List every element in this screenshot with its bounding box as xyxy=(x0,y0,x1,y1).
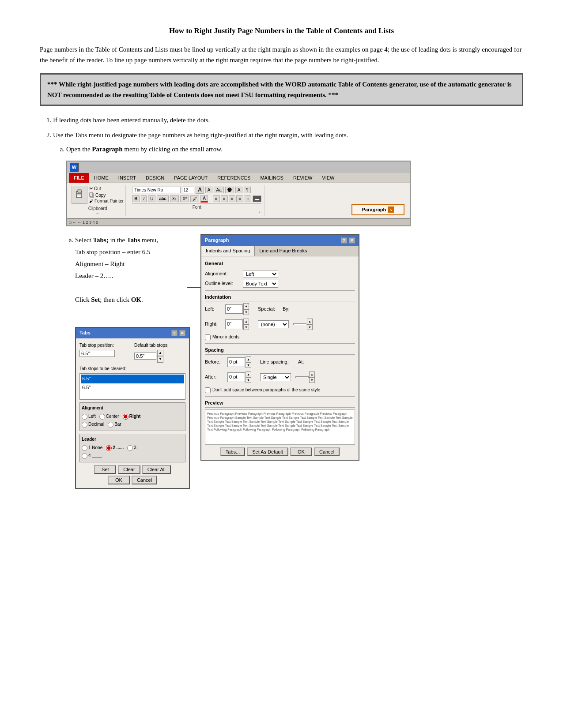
paragraph-close-btn[interactable]: ✕ xyxy=(349,237,355,244)
alignment-select[interactable]: Left xyxy=(243,270,278,278)
para-ok-button[interactable]: OK xyxy=(290,447,312,456)
clear-all-button[interactable]: Clear All xyxy=(142,465,171,474)
before-down[interactable]: ▼ xyxy=(246,362,251,368)
mirror-indents-checkbox[interactable] xyxy=(205,334,211,340)
connector-line xyxy=(187,287,200,288)
leader-2-radio[interactable]: 2 ...... xyxy=(106,444,124,451)
left-indent-input[interactable]: 0" xyxy=(225,304,243,314)
shading-button[interactable]: ▬ xyxy=(253,195,261,202)
at-up[interactable]: ▲ xyxy=(309,372,315,377)
tab-references[interactable]: REFERENCES xyxy=(212,173,255,183)
by-input[interactable] xyxy=(293,323,306,325)
dont-add-space-checkbox[interactable] xyxy=(205,387,211,393)
font-grow-button[interactable]: A xyxy=(196,186,204,194)
align-bar-radio[interactable]: Bar xyxy=(108,421,121,428)
paragraph-dialog-arrow[interactable]: ↘ xyxy=(388,206,394,213)
subscript-button[interactable]: X₂ xyxy=(170,195,179,202)
clear-format-button[interactable]: 🅐 xyxy=(225,187,234,193)
align-decimal-radio[interactable]: Decimal xyxy=(82,421,104,428)
text-effects-button[interactable]: A xyxy=(235,187,243,193)
align-center-button[interactable]: ≡ xyxy=(221,195,228,202)
set-button[interactable]: Set xyxy=(94,465,116,474)
set-as-default-button[interactable]: Set As Default xyxy=(247,447,288,456)
indentation-section-label: Indentation xyxy=(205,293,355,302)
left-down[interactable]: ▼ xyxy=(243,309,249,315)
special-select[interactable]: (none) xyxy=(258,320,289,328)
change-case-button[interactable]: Aa xyxy=(214,187,223,193)
tab-file[interactable]: FILE xyxy=(69,173,89,183)
highlight-button[interactable]: 🖊 xyxy=(190,195,199,202)
tab-home[interactable]: HOME xyxy=(89,173,113,183)
after-down[interactable]: ▼ xyxy=(246,377,251,383)
tab-stop-position-input[interactable] xyxy=(79,350,115,357)
tabs-dialog-close[interactable]: ✕ xyxy=(179,330,185,336)
clear-button[interactable]: Clear xyxy=(118,465,140,474)
font-name-select[interactable]: Times New Ro xyxy=(132,187,181,193)
strikethrough-button[interactable]: abc xyxy=(157,195,168,202)
after-input[interactable]: 0 pt xyxy=(227,372,245,382)
dont-add-space-row[interactable]: Don't add space between paragraphs of th… xyxy=(205,387,355,394)
paste-button[interactable] xyxy=(72,186,87,204)
at-input[interactable] xyxy=(295,376,309,378)
leader-3-radio[interactable]: 3 ------ xyxy=(127,444,146,451)
ribbon-screenshot: W FILE HOME INSERT DESIGN PAGE LAYOUT RE… xyxy=(66,161,411,226)
at-down[interactable]: ▼ xyxy=(309,377,315,383)
leader-4-radio[interactable]: 4 ____ xyxy=(82,452,102,459)
tab-stop-item-1[interactable]: 6.5" xyxy=(81,375,184,383)
copy-button[interactable]: Copy xyxy=(89,192,124,198)
before-input[interactable]: 0 pt xyxy=(227,357,245,367)
cut-button[interactable]: ✂ Cut xyxy=(89,186,124,191)
default-tab-down[interactable]: ▼ xyxy=(157,356,163,363)
font-color-button[interactable]: A xyxy=(200,195,208,203)
font-size-select[interactable]: 12 xyxy=(182,187,194,193)
font-expand-icon[interactable]: ⌐ xyxy=(132,210,261,214)
after-up[interactable]: ▲ xyxy=(246,372,251,377)
bold-button[interactable]: B xyxy=(132,195,140,202)
para-tabs-button[interactable]: Tabs... xyxy=(220,447,245,456)
para-tab-line-page[interactable]: Line and Page Breaks xyxy=(255,246,312,256)
tab-review[interactable]: REVIEW xyxy=(288,173,317,183)
before-up[interactable]: ▲ xyxy=(246,356,251,362)
tab-page-layout[interactable]: PAGE LAYOUT xyxy=(169,173,212,183)
tab-design[interactable]: DESIGN xyxy=(141,173,169,183)
by-down[interactable]: ▼ xyxy=(307,324,313,330)
default-tab-input[interactable] xyxy=(134,353,156,360)
align-left-radio[interactable]: Left xyxy=(82,413,96,420)
justify-button[interactable]: ≡ xyxy=(236,195,243,202)
cancel-button[interactable]: Cancel xyxy=(132,476,157,484)
right-indent-row: Right: 0" ▲ ▼ xyxy=(205,319,249,330)
italic-button[interactable]: I xyxy=(141,195,147,202)
default-tab-up[interactable]: ▲ xyxy=(157,350,163,356)
align-right-radio[interactable]: Right xyxy=(123,413,141,420)
line-spacing-button[interactable]: ↕ xyxy=(245,195,251,202)
leader-1-radio[interactable]: 1 None xyxy=(82,444,102,451)
align-left-button[interactable]: ≡ xyxy=(213,195,220,202)
by-up[interactable]: ▲ xyxy=(307,319,313,324)
tab-mailings[interactable]: MAILINGS xyxy=(255,173,288,183)
ok-button[interactable]: OK xyxy=(108,476,130,484)
tab-view[interactable]: VIEW xyxy=(317,173,339,183)
tabs-dialog-help[interactable]: ? xyxy=(171,330,178,336)
align-center-radio[interactable]: Center xyxy=(99,413,119,420)
right-up[interactable]: ▲ xyxy=(243,319,249,324)
clipboard-expand-icon[interactable]: ⌐ xyxy=(96,211,98,215)
line-spacing-select[interactable]: Single xyxy=(260,373,291,381)
font-shrink-button[interactable]: A xyxy=(205,187,213,193)
line-spacing-row: Line spacing: At: xyxy=(260,356,306,368)
tab-stop-item-2[interactable]: 6.5" xyxy=(81,383,184,392)
outline-level-select[interactable]: Body Text xyxy=(243,280,278,288)
underline-button[interactable]: U xyxy=(148,195,155,202)
mirror-indents-row[interactable]: Mirror indents xyxy=(205,334,355,341)
para-cancel-button[interactable]: Cancel xyxy=(314,447,340,456)
pilcrow-button[interactable]: ¶ xyxy=(244,187,250,193)
align-right-button[interactable]: ≡ xyxy=(229,195,236,202)
left-up[interactable]: ▲ xyxy=(243,303,249,309)
format-painter-button[interactable]: 🖌 Format Painter xyxy=(89,199,124,203)
right-indent-input[interactable]: 0" xyxy=(225,319,243,329)
right-down[interactable]: ▼ xyxy=(243,324,249,330)
tab-insert[interactable]: INSERT xyxy=(113,173,141,183)
para-tab-indents[interactable]: Indents and Spacing xyxy=(201,246,255,256)
superscript-button[interactable]: X² xyxy=(180,195,189,202)
tab-stops-list[interactable]: 6.5" 6.5" xyxy=(79,373,185,400)
paragraph-help-btn[interactable]: ? xyxy=(341,237,347,244)
